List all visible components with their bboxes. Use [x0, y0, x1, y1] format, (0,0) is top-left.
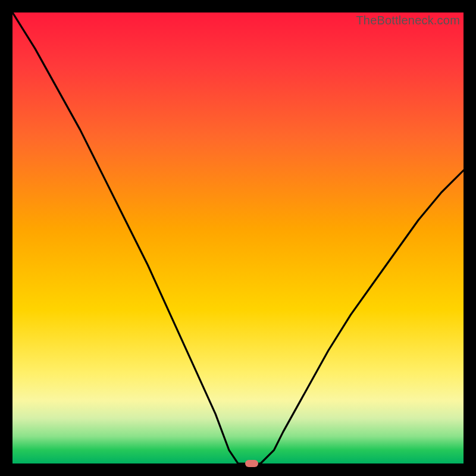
chart-frame: TheBottleneck.com [0, 0, 476, 476]
optimum-marker [245, 460, 258, 467]
bottleneck-curve [12, 12, 464, 464]
plot-area: TheBottleneck.com [12, 12, 464, 464]
curve-path [12, 12, 464, 464]
